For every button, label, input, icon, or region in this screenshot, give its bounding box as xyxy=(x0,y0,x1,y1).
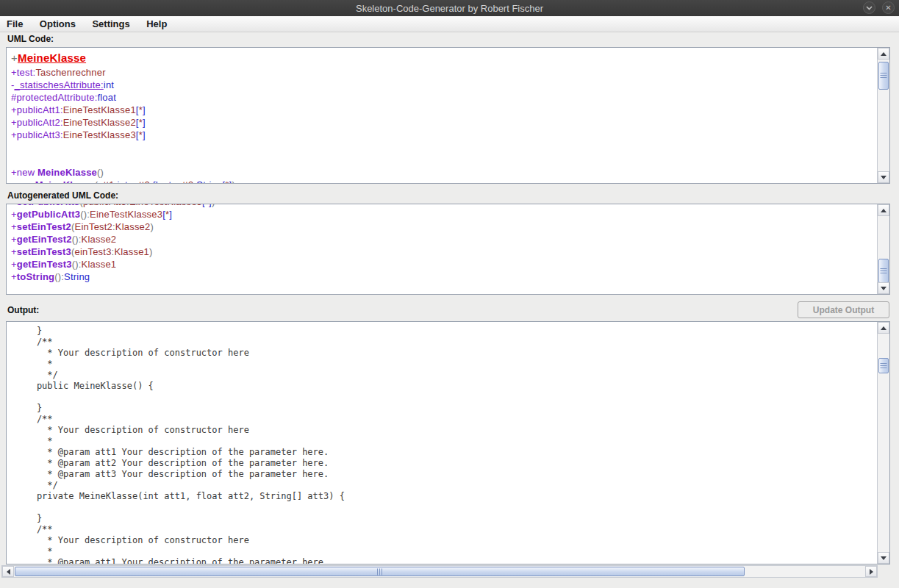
triangle-up-icon xyxy=(881,326,887,330)
grip-icon xyxy=(881,268,887,274)
triangle-down-icon xyxy=(881,287,887,290)
window-title: Skeleton-Code-Generator by Robert Fische… xyxy=(0,3,899,14)
grip-icon xyxy=(377,568,383,575)
chevron-down-icon xyxy=(866,4,873,12)
menu-settings[interactable]: Settings xyxy=(85,16,136,32)
uml-code-vertical-scrollbar[interactable] xyxy=(877,48,889,183)
autogenerated-vertical-scrollbar[interactable] xyxy=(877,204,889,294)
update-output-button[interactable]: Update Output xyxy=(798,301,889,318)
triangle-right-icon xyxy=(870,569,873,575)
menu-file[interactable]: File xyxy=(0,16,29,32)
triangle-down-icon xyxy=(881,176,887,179)
autogenerated-uml-text: +setPublicAtt3(publicAtt3:EineTestKlasse… xyxy=(7,204,876,294)
window-controls: ✕ xyxy=(863,1,895,14)
menu-options[interactable]: Options xyxy=(33,16,82,32)
scroll-up-button[interactable] xyxy=(878,322,889,334)
scrollbar-thumb[interactable] xyxy=(878,358,889,373)
autogenerated-uml-editor[interactable]: +setPublicAtt3(publicAtt3:EineTestKlasse… xyxy=(6,204,890,295)
uml-code-editor[interactable]: +MeineKlasse+test:Taschenrechner-_statis… xyxy=(6,47,890,184)
scroll-right-button[interactable] xyxy=(865,566,877,577)
scroll-left-button[interactable] xyxy=(2,566,14,577)
output-vertical-scrollbar[interactable] xyxy=(877,322,889,564)
output-text: } /** * Your description of constructor … xyxy=(7,322,876,564)
triangle-down-icon xyxy=(881,556,887,560)
triangle-up-icon xyxy=(881,52,887,56)
triangle-left-icon xyxy=(7,569,10,575)
scroll-up-button[interactable] xyxy=(878,48,889,60)
scroll-down-button[interactable] xyxy=(878,552,889,564)
uml-code-label: UML Code: xyxy=(7,34,54,44)
menu-bar: File Options Settings Help xyxy=(0,16,899,32)
output-editor[interactable]: } /** * Your description of constructor … xyxy=(6,321,890,564)
scroll-down-button[interactable] xyxy=(878,171,889,183)
triangle-up-icon xyxy=(881,209,887,212)
menu-help[interactable]: Help xyxy=(140,16,173,32)
uml-code-text: +MeineKlasse+test:Taschenrechner-_statis… xyxy=(7,48,876,183)
grip-icon xyxy=(881,73,887,79)
output-horizontal-scrollbar[interactable] xyxy=(1,565,878,578)
autogenerated-uml-label: Autogenerated UML Code: xyxy=(7,190,118,201)
minimize-button[interactable] xyxy=(863,1,875,14)
app-window: Skeleton-Code-Generator by Robert Fische… xyxy=(0,0,899,588)
close-icon: ✕ xyxy=(885,4,891,12)
titlebar: Skeleton-Code-Generator by Robert Fische… xyxy=(0,0,899,16)
close-button[interactable]: ✕ xyxy=(882,1,895,14)
scroll-up-button[interactable] xyxy=(878,204,889,216)
scrollbar-thumb[interactable] xyxy=(878,259,889,283)
grip-icon xyxy=(881,363,887,369)
scroll-down-button[interactable] xyxy=(878,282,889,294)
scrollbar-thumb[interactable] xyxy=(15,567,745,576)
output-label: Output: xyxy=(7,305,39,315)
scrollbar-thumb[interactable] xyxy=(878,62,889,90)
